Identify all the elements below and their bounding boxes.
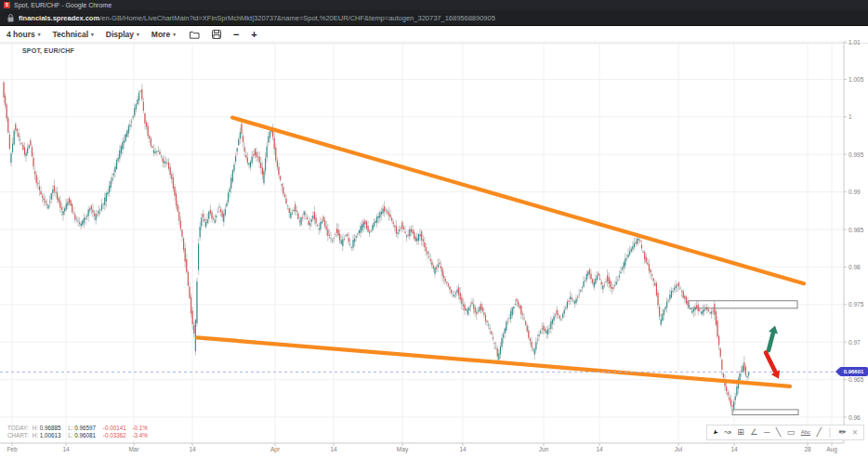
technical-menu-label: Technical — [52, 30, 88, 39]
more-menu-label: More — [151, 30, 170, 39]
technical-menu[interactable]: Technical ▾ — [52, 30, 93, 39]
chart-symbol-label: SPOT, EUR/CHF — [22, 47, 74, 54]
time-axis-label: Jul — [675, 446, 682, 452]
grid-tool[interactable]: ⊞ — [737, 425, 744, 439]
time-axis-label: 14 — [189, 446, 195, 452]
today-low-value: 0.96597 — [74, 425, 96, 431]
candles — [4, 81, 750, 412]
current-price-badge: 0.96601 — [839, 367, 868, 376]
lock-icon — [7, 14, 14, 22]
chart-change-value: -0.03362 — [103, 432, 126, 438]
chart-change-pct: -3.4% — [132, 432, 147, 438]
ray-tool[interactable]: ╱ — [817, 425, 822, 439]
time-axis-label: 14 — [596, 446, 602, 452]
toolbar-separator: │ — [828, 425, 834, 439]
time-axis-label: 14 — [730, 446, 737, 452]
low-label: L: — [68, 432, 72, 438]
today-stats-row: TODAY: H: 0.96885 L: 0.96597 -0.00141 -0… — [7, 425, 152, 432]
url-domain: financials.spreadex.com — [19, 14, 99, 22]
rectangle-tool[interactable]: ▭ — [787, 425, 796, 439]
display-menu-label: Display — [106, 30, 134, 39]
high-label: H: — [33, 432, 38, 438]
time-axis-label: Jun — [539, 446, 548, 452]
folder-icon — [190, 31, 200, 39]
price-chart-canvas[interactable] — [0, 0, 868, 458]
timeframe-menu[interactable]: 4 hours ▾ — [7, 30, 40, 39]
today-label: TODAY: — [7, 425, 31, 432]
site-favicon-icon: S — [4, 2, 10, 8]
open-chart-button[interactable] — [190, 31, 200, 39]
chart-label: CHART: — [7, 432, 31, 439]
chart-high-value: 1.00613 — [40, 432, 61, 438]
price-axis-label: 0.96 — [848, 414, 861, 421]
price-axis-label: 0.985 — [848, 227, 863, 233]
price-axis-label: 0.98 — [848, 264, 861, 270]
low-label: L: — [68, 425, 72, 431]
save-chart-button[interactable] — [212, 30, 221, 39]
text-tool[interactable]: Abc — [801, 425, 810, 439]
fan-tool[interactable]: ∠ — [750, 425, 757, 439]
time-axis-label: Feb — [7, 446, 17, 452]
price-axis-label: 1.01 — [848, 39, 861, 46]
price-axis-label: 0.995 — [848, 151, 863, 158]
zoom-out-button[interactable]: − — [233, 30, 239, 40]
price-axis-label: 0.99 — [848, 189, 861, 195]
chevron-down-icon: ▾ — [173, 32, 176, 37]
price-axis-label: 1.005 — [848, 76, 863, 83]
time-axis-label: 14 — [62, 446, 69, 452]
browser-url-bar[interactable]: financials.spreadex.com/en-GB/Home/LiveC… — [0, 10, 868, 26]
price-axis-label: 1 — [848, 113, 852, 120]
display-menu[interactable]: Display ▾ — [106, 30, 139, 39]
horizontal-line-tool[interactable]: ─ — [764, 425, 769, 439]
more-menu[interactable]: More ▾ — [151, 30, 176, 39]
price-axis-label: 0.965 — [848, 376, 863, 383]
timeframe-menu-label: 4 hours — [7, 30, 35, 39]
drawing-toolbar: ➤↝⊞∠─╲▭Abc╱│✏✕ — [706, 425, 864, 440]
chevron-down-icon: ▾ — [137, 32, 139, 37]
time-axis-label: 28 — [804, 446, 810, 452]
chart-low-value: 0.96081 — [74, 432, 96, 438]
url-text[interactable]: financials.spreadex.com/en-GB/Home/LiveC… — [19, 14, 495, 22]
time-axis-label: Aug — [826, 446, 837, 452]
trend-line-tool[interactable]: ╲ — [776, 425, 781, 439]
zigzag-tool[interactable]: ↝ — [724, 425, 731, 439]
url-path: /en-GB/Home/LiveChartMain?id=XFinSprMchM… — [99, 14, 495, 22]
pencil-tool[interactable]: ✏ — [839, 425, 847, 439]
window-title: Spot, EUR/CHF - Google Chrome — [14, 2, 112, 8]
chevron-down-icon: ▾ — [91, 32, 94, 37]
today-change-pct: -0.1% — [132, 425, 147, 431]
today-high-value: 0.96885 — [40, 425, 61, 431]
time-axis-label: Apr — [270, 446, 280, 452]
close-tool[interactable]: ✕ — [852, 425, 858, 439]
price-stats: TODAY: H: 0.96885 L: 0.96597 -0.00141 -0… — [7, 425, 152, 438]
chart-menubar: 4 hours ▾ Technical ▾ Display ▾ More ▾ −… — [0, 26, 868, 44]
upper-descending-trendline — [232, 118, 804, 284]
price-axis-label: 0.975 — [848, 301, 863, 308]
time-axis-label: May — [397, 446, 408, 452]
lower-descending-trendline — [197, 337, 790, 386]
today-change-value: -0.00141 — [103, 425, 126, 431]
zoom-in-button[interactable]: + — [251, 30, 256, 40]
save-icon — [212, 30, 221, 39]
chevron-down-icon: ▾ — [38, 32, 41, 37]
time-axis-label: 14 — [459, 446, 466, 452]
time-axis-label: Mar — [128, 446, 138, 452]
chart-stats-row: CHART: H: 1.00613 L: 0.96081 -0.03362 -3… — [7, 432, 152, 439]
price-axis-label: 0.97 — [848, 339, 861, 346]
bullish-arrow — [769, 325, 778, 350]
cursor-tool[interactable]: ➤ — [708, 425, 722, 439]
time-axis-label: 14 — [330, 446, 336, 452]
bearish-arrow — [766, 353, 780, 379]
high-label: H: — [33, 425, 38, 431]
browser-title-bar: S Spot, EUR/CHF - Google Chrome — [0, 0, 868, 10]
